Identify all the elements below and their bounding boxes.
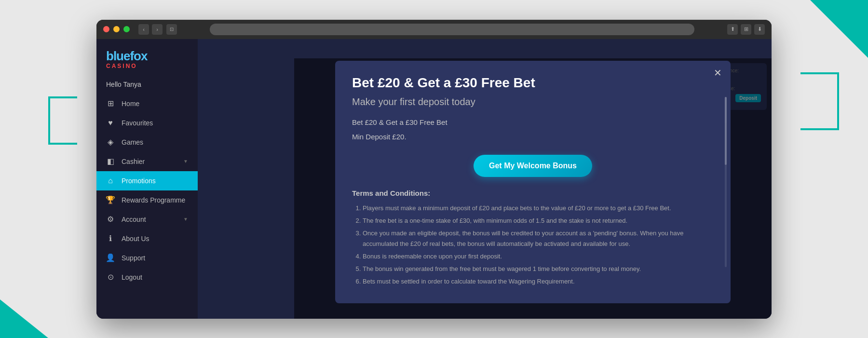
logo-text: bluefox CASINO xyxy=(106,49,188,69)
minimize-window-button[interactable] xyxy=(113,26,120,32)
logo-sub: CASINO xyxy=(106,63,188,69)
sidebar-item-promotions[interactable]: ⌂ Promotions xyxy=(96,171,198,190)
terms-item-6: Bets must be settled in order to calcula… xyxy=(363,276,714,287)
modal-subtitle: Make your first deposit today xyxy=(352,96,714,108)
forward-button[interactable]: › xyxy=(152,24,163,35)
window-body: bluefox CASINO Hello Tanya ⊞ Home ♥ Favo… xyxy=(96,39,772,319)
sidebar: bluefox CASINO Hello Tanya ⊞ Home ♥ Favo… xyxy=(96,39,198,319)
modal-body-line2: Min Deposit £20. xyxy=(352,132,714,143)
bonus-modal: ✕ Bet £20 & Get a £30 Free Bet Make your… xyxy=(335,61,731,304)
terms-heading: Terms and Conditions: xyxy=(352,189,714,197)
bg-decoration-bottom-left xyxy=(0,299,48,338)
terms-item-2: The free bet is a one-time stake of £30,… xyxy=(363,216,714,226)
about-icon: ℹ xyxy=(106,234,115,243)
sidebar-item-rewards[interactable]: 🏆 Rewards Programme xyxy=(96,190,198,210)
games-icon: ◈ xyxy=(106,138,115,147)
rewards-icon: 🏆 xyxy=(106,196,115,204)
sidebar-item-favourites[interactable]: ♥ Favourites xyxy=(96,113,198,133)
arrow-icon: ▼ xyxy=(183,216,188,222)
back-button[interactable]: ‹ xyxy=(138,24,149,35)
url-bar[interactable] xyxy=(210,24,694,35)
sidebar-item-about[interactable]: ℹ About Us xyxy=(96,229,198,248)
get-bonus-button[interactable]: Get My Welcome Bonus xyxy=(474,155,592,177)
sidebar-item-support[interactable]: 👤 Support xyxy=(96,248,198,268)
favourites-icon: ♥ xyxy=(106,119,115,127)
modal-title: Bet £20 & Get a £30 Free Bet xyxy=(352,75,714,91)
sidebar-item-logout[interactable]: ⊙ Logout xyxy=(96,268,198,287)
sidebar-label-logout: Logout xyxy=(122,273,142,281)
logo-brand: bluefox xyxy=(106,49,147,63)
bg-outline-left xyxy=(48,96,77,145)
maximize-window-button[interactable] xyxy=(123,26,130,32)
account-icon: ⚙ xyxy=(106,215,115,224)
sidebar-item-cashier[interactable]: ◧ Cashier ▼ xyxy=(96,152,198,171)
bg-outline-right xyxy=(800,72,839,130)
mac-window: ‹ › ⊡ ⬆ ⊞ ⬇ bluefox CASINO Hello Tanya ⊞ xyxy=(96,20,772,319)
tab-button[interactable]: ⊡ xyxy=(166,24,177,35)
extensions-button[interactable]: ⬇ xyxy=(754,24,765,35)
title-bar: ‹ › ⊡ ⬆ ⊞ ⬇ xyxy=(96,20,772,39)
support-icon: 👤 xyxy=(106,254,115,262)
sidebar-item-home[interactable]: ⊞ Home xyxy=(96,94,198,113)
sidebar-label-account: Account xyxy=(122,216,146,223)
sidebar-label-promotions: Promotions xyxy=(122,177,156,185)
share-button[interactable]: ⬆ xyxy=(727,24,738,35)
sidebar-label-support: Support xyxy=(122,254,145,262)
modal-body-line1: Bet £20 & Get a £30 Free Bet xyxy=(352,117,714,128)
promotions-icon: ⌂ xyxy=(106,176,115,185)
terms-item-5: The bonus win generated from the free be… xyxy=(363,264,714,274)
scroll-indicator xyxy=(725,97,727,267)
cashier-icon: ◧ xyxy=(106,157,115,166)
cta-container: Get My Welcome Bonus xyxy=(352,155,714,177)
greeting-text: Hello Tanya xyxy=(96,77,198,94)
terms-item-1: Players must make a minimum deposit of £… xyxy=(363,203,714,214)
home-icon: ⊞ xyxy=(106,99,115,108)
logout-icon: ⊙ xyxy=(106,273,115,282)
modal-close-button[interactable]: ✕ xyxy=(714,68,722,78)
terms-list: Players must make a minimum deposit of £… xyxy=(352,203,714,287)
logo: bluefox CASINO xyxy=(96,49,198,77)
bg-decoration-top-right xyxy=(810,0,868,58)
sidebar-item-games[interactable]: ◈ Games xyxy=(96,133,198,152)
modal-overlay: ✕ Bet £20 & Get a £30 Free Bet Make your… xyxy=(294,58,772,319)
terms-item-3: Once you made an eligible deposit, the b… xyxy=(363,228,714,249)
sidebar-label-games: Games xyxy=(122,138,143,146)
new-tab-button[interactable]: ⊞ xyxy=(741,24,751,35)
scroll-handle xyxy=(725,97,727,165)
sidebar-label-about: About Us xyxy=(122,235,149,243)
nav-list: ⊞ Home ♥ Favourites ◈ Games ◧ Cashier ▼ … xyxy=(96,94,198,287)
sidebar-item-account[interactable]: ⚙ Account ▼ xyxy=(96,210,198,229)
terms-item-4: Bonus is redeemable once upon your first… xyxy=(363,251,714,262)
close-window-button[interactable] xyxy=(103,26,109,32)
sidebar-label-favourites: Favourites xyxy=(122,119,153,127)
arrow-icon: ▼ xyxy=(183,159,188,164)
main-content: Bonus Balance: £0.00 Real Balance: £0.00… xyxy=(198,39,772,319)
sidebar-label-rewards: Rewards Programme xyxy=(122,196,185,204)
sidebar-label-home: Home xyxy=(122,100,139,108)
sidebar-label-cashier: Cashier xyxy=(122,158,145,165)
